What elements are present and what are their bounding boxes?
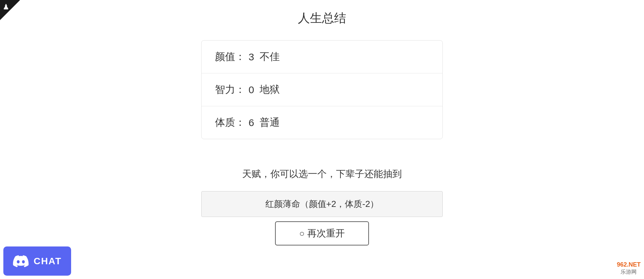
stat-row-appearance: 颜值： 3 不佳 (202, 41, 442, 73)
stat-label-intelligence: 智力： (215, 83, 249, 97)
discord-chat-label: CHAT (34, 256, 62, 267)
stat-value-appearance: 3 (249, 51, 254, 63)
discord-icon (13, 255, 29, 267)
watermark-line1: 962.NET (617, 261, 641, 269)
stat-label-constitution: 体质： (215, 116, 249, 129)
stat-row-intelligence: 智力： 0 地狱 (202, 73, 442, 106)
page-title: 人生总结 (298, 10, 346, 26)
restart-button[interactable]: ○ 再次重开 (275, 221, 369, 245)
stat-desc-intelligence: 地狱 (260, 83, 280, 97)
watermark: 962.NET 乐游网 (617, 261, 641, 276)
talent-option[interactable]: 红颜薄命（颜值+2，体质-2） (201, 191, 443, 217)
stat-label-appearance: 颜值： (215, 50, 249, 64)
stat-value-constitution: 6 (249, 117, 254, 128)
stats-card: 颜值： 3 不佳 智力： 0 地狱 体质： 6 普通 (201, 40, 443, 139)
restart-label: 再次重开 (307, 227, 345, 240)
stat-desc-constitution: 普通 (260, 116, 280, 129)
watermark-line2: 乐游网 (621, 269, 637, 276)
stat-value-intelligence: 0 (249, 84, 254, 96)
restart-icon: ○ (299, 228, 305, 239)
talent-prompt: 天赋，你可以选一个，下辈子还能抽到 (242, 168, 402, 180)
stat-row-constitution: 体质： 6 普通 (202, 106, 442, 139)
discord-chat-button[interactable]: CHAT (3, 246, 71, 276)
logo-corner: ♟ (0, 0, 20, 20)
stat-desc-appearance: 不佳 (260, 50, 280, 64)
chess-icon: ♟ (3, 3, 9, 11)
